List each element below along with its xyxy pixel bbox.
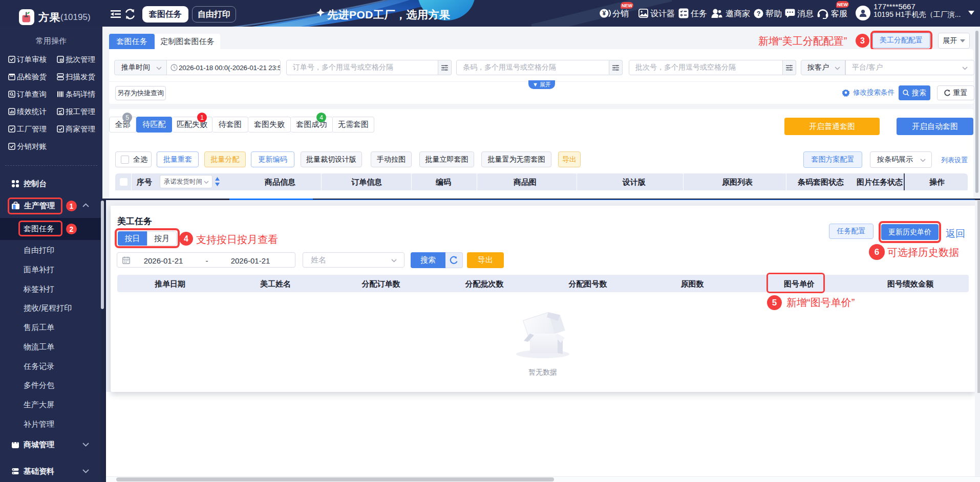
svg-text:¥: ¥ [602, 10, 606, 17]
svg-text:?: ? [757, 10, 761, 17]
